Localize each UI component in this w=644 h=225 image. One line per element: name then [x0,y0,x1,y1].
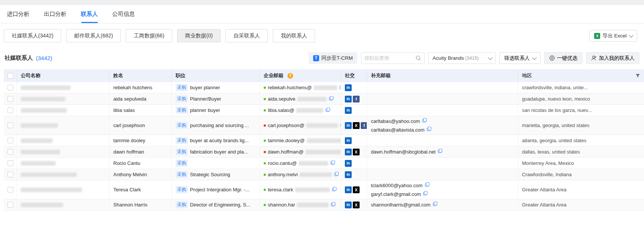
row-checkbox[interactable] [8,107,13,113]
region: san nicolas de los garza, nuev... [522,107,592,113]
x-twitter-icon[interactable]: X [353,122,360,129]
linkedin-icon[interactable]: in [345,107,352,114]
redacted-email-domain [297,203,329,207]
table-toolbar: T 同步至T-CRM Acuity Brands (3415) 筛选联系人 一键… [309,52,639,64]
email-status-dot [264,174,266,176]
copy-email-icon[interactable] [330,202,336,208]
linkedin-icon[interactable]: in [345,96,352,102]
filter-my-contacts-button[interactable]: 我的联系人 [273,29,315,42]
redacted-company-name [21,123,58,128]
help-question-icon[interactable]: ? [287,73,293,79]
row-select-cell [4,116,17,135]
row-checkbox[interactable] [8,138,13,143]
one-key-optimize-button[interactable]: 一键优选 [544,52,582,64]
linkedin-icon[interactable]: in [345,202,352,208]
row-checkbox[interactable] [8,149,13,155]
export-excel-button[interactable]: x 导出 Excel [589,30,637,42]
linkedin-icon[interactable]: in [345,122,352,129]
copy-email-icon[interactable] [325,107,330,113]
corporate-email-cell: carl.josephson@ [260,116,341,135]
company-select[interactable]: Acuity Brands (3415) [428,52,496,64]
tab-import-analysis[interactable]: 进口分析 [7,11,29,23]
tab-export-analysis[interactable]: 出口分析 [44,11,66,23]
row-checkbox[interactable] [8,160,13,166]
row-checkbox[interactable] [8,85,13,90]
linkedin-icon[interactable]: in [345,84,352,91]
procurement-tag: 采购 [176,137,188,144]
tab-contacts[interactable]: 联系人 [81,11,98,23]
copy-email-icon[interactable] [422,117,427,126]
select-all-cell [4,69,17,82]
region: Monterrey Area, Mexico [522,160,574,166]
social-cell: inf [341,93,367,104]
contact-name-cell: Anthony Melvin [110,169,172,180]
copy-email-icon[interactable] [426,126,432,134]
copy-email-icon[interactable] [437,147,443,156]
x-twitter-icon[interactable]: X [353,186,360,193]
header-email-label: 企业邮箱 [264,72,283,79]
procurement-tag: 采购 [176,122,188,129]
extra-email-cell: tclark6000@yahoo.comgaryf.clark@gmail.co… [367,180,518,199]
corporate-email-cell: libia.salas@ [260,105,341,116]
linkedin-icon[interactable]: in [345,160,352,167]
tab-company-info[interactable]: 公司信息 [112,11,135,23]
extra-email-line: carltabas@altavista.com [371,126,432,134]
filter-self-collected-button[interactable]: 自采联系人 [225,29,268,42]
select-all-checkbox[interactable] [8,73,13,79]
copy-email-icon[interactable] [329,96,334,102]
linkedin-icon[interactable]: in [345,137,352,144]
position-search-input[interactable] [364,55,415,61]
linkedin-icon[interactable]: in [345,171,352,178]
row-checkbox[interactable] [8,202,13,208]
facebook-icon[interactable]: f [361,122,367,129]
procurement-tag: 采购 [176,148,188,155]
row-checkbox[interactable] [8,172,13,177]
filter-email-contacts-button[interactable]: 邮件联系人(682) [66,29,121,42]
redacted-email-domain [299,161,328,166]
region-cell: Greater Atlanta Area [518,180,644,199]
contact-name: dawn hoffman [113,149,144,155]
filter-commercial-data-button[interactable]: 商业数据(0) [177,29,221,42]
social-cell: in [341,105,367,116]
position-cell: 采购Director of Engineering, S... [172,199,260,210]
corporate-email-cell: teresa.clark [260,180,341,199]
x-twitter-icon[interactable]: X [353,149,360,155]
facebook-icon[interactable]: f [353,96,360,102]
linkedin-icon[interactable]: in [345,186,352,193]
extra-email-cell: dawn.hoffman@sbcglobal.net [367,146,518,157]
filter-business-registry-button[interactable]: 工商数据(66) [126,29,172,42]
copy-email-icon[interactable] [423,190,428,199]
row-checkbox[interactable] [8,123,13,128]
header-region: 地区 [518,69,644,82]
company-cell [17,158,110,169]
row-select-cell [4,158,17,169]
contact-name-cell: carl josephson [110,116,172,135]
row-select-cell [4,105,17,116]
section-count: (3442) [36,55,52,61]
corporate-email-cell: tammie.dooley@ [260,135,341,146]
region-cell: dallas, texas, united states [518,146,644,157]
position-cell: 采购fabrication buyer and pla... [172,146,260,157]
corporate-email-cell: shannon.har [260,199,341,210]
contact-name: Anthony Melvin [113,172,147,177]
x-twitter-icon[interactable]: X [353,202,360,208]
corporate-email-cell: dawn.hoffman@ [260,146,341,157]
copy-email-icon[interactable] [425,181,430,190]
filter-contacts-button[interactable]: 筛选联系人 [499,52,541,64]
copy-email-icon[interactable] [330,160,335,166]
row-checkbox[interactable] [8,187,13,192]
copy-email-icon[interactable] [432,200,438,209]
copy-email-icon[interactable] [332,186,337,193]
filter-social-contacts-button[interactable]: 社媒联系人(3442) [4,29,61,42]
copy-email-icon[interactable] [334,171,339,178]
contacts-table: 公司名称 姓名 职位 企业邮箱 ? 社交 补充邮箱 地区 rebekah hut… [4,69,644,211]
header-social: 社交 [341,69,367,82]
linkedin-icon[interactable]: in [345,149,352,155]
company-cell [17,82,110,93]
region-filter-funnel-icon[interactable] [635,73,640,78]
add-to-my-contacts-button[interactable]: 加入我的联系人 [586,52,640,64]
one-key-optimize-label: 一键优选 [557,55,578,62]
redacted-email-domain [314,85,337,90]
row-checkbox[interactable] [8,96,13,102]
sync-tcrm-button[interactable]: T 同步至T-CRM [309,52,357,64]
